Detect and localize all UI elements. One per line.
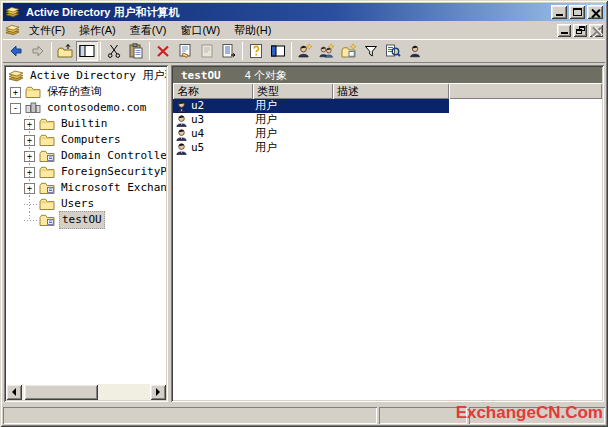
tree-item-exchange-security-groups[interactable]: Microsoft Exchange Secu	[6, 180, 166, 196]
close-button[interactable]	[587, 5, 603, 19]
folder-icon	[39, 117, 55, 131]
object-list: u2 用户 u3 用户	[173, 99, 602, 400]
expand-plus-icon[interactable]	[24, 183, 35, 194]
column-header-description[interactable]: 描述	[333, 83, 449, 99]
tree-item-label: contosodemo.com	[45, 100, 148, 116]
minimize-button[interactable]	[551, 5, 567, 19]
scroll-left-icon	[12, 388, 16, 396]
tree-item-users[interactable]: Users	[6, 196, 166, 212]
cut-button[interactable]	[103, 41, 125, 61]
scrollbar-track[interactable]	[22, 384, 150, 400]
menu-view[interactable]: 查看(V)	[123, 21, 174, 40]
new-organizational-unit-button[interactable]	[338, 41, 360, 61]
list-row-u3[interactable]: u3 用户	[173, 113, 602, 127]
scrollbar-thumb[interactable]	[24, 384, 98, 400]
mdi-minimize-button[interactable]	[557, 24, 571, 37]
up-one-level-button[interactable]	[54, 41, 76, 61]
export-list-button[interactable]	[218, 41, 240, 61]
scroll-right-button[interactable]	[150, 384, 166, 400]
object-name: u5	[191, 141, 204, 155]
folder-icon	[39, 165, 55, 179]
list-row-u5[interactable]: u5 用户	[173, 141, 602, 155]
user-icon	[175, 100, 188, 113]
watermark: ExchangeCN.Com	[456, 403, 603, 423]
scroll-left-button[interactable]	[6, 384, 22, 400]
collapse-minus-icon[interactable]	[10, 103, 21, 114]
mdi-restore-button[interactable]	[573, 24, 587, 37]
show-window-button[interactable]	[267, 41, 289, 61]
tree-item-testou[interactable]: testOU	[6, 212, 166, 228]
menu-window[interactable]: 窗口(W)	[173, 21, 227, 40]
status-section	[379, 407, 467, 424]
tree-item-root[interactable]: Active Directory 用户和计算机	[6, 68, 166, 84]
menu-file[interactable]: 文件(F)	[22, 21, 72, 40]
folder-icon	[39, 197, 55, 211]
new-user-button[interactable]	[294, 41, 316, 61]
tree-item-computers[interactable]: Computers	[6, 132, 166, 148]
delete-icon	[155, 43, 171, 59]
title-bar[interactable]: Active Directory 用户和计算机	[3, 3, 605, 21]
maximize-button[interactable]	[569, 5, 585, 19]
new-group-button[interactable]	[316, 41, 338, 61]
properties-button[interactable]	[174, 41, 196, 61]
expand-plus-icon[interactable]	[10, 87, 21, 98]
refresh-icon	[199, 43, 215, 59]
tree-item-foreign-security-principals[interactable]: ForeignSecurityPrincipa	[6, 164, 166, 180]
tree-horizontal-scrollbar[interactable]	[6, 384, 166, 400]
toolbar-separator	[291, 42, 292, 60]
column-header-name[interactable]: 名称	[173, 83, 253, 99]
show-hide-console-tree-button[interactable]	[76, 41, 98, 61]
show-hide-console-tree-icon	[79, 44, 95, 58]
delete-button[interactable]	[152, 41, 174, 61]
aduc-root-icon	[8, 69, 24, 83]
forward-button[interactable]	[27, 41, 49, 61]
tree-item-domain-controllers[interactable]: Domain Controllers	[6, 148, 166, 164]
new-user-icon	[297, 43, 313, 59]
tree-connector	[22, 196, 39, 212]
expand-plus-icon[interactable]	[24, 135, 35, 146]
toolbar-separator	[51, 42, 52, 60]
column-header-type[interactable]: 类型	[253, 83, 333, 99]
tree-item-label: Active Directory 用户和计算机	[28, 68, 166, 84]
show-window-icon	[270, 44, 286, 58]
list-row-u2[interactable]: u2 用户	[173, 99, 602, 113]
menu-bar: 文件(F) 操作(A) 查看(V) 窗口(W) 帮助(H)	[3, 21, 605, 39]
tree-item-builtin[interactable]: Builtin	[6, 116, 166, 132]
close-icon	[591, 8, 600, 17]
refresh-button[interactable]	[196, 41, 218, 61]
tree-item-saved-queries[interactable]: 保存的查询	[6, 84, 166, 100]
object-type: 用户	[253, 99, 333, 113]
help-button[interactable]	[245, 41, 267, 61]
folder-icon	[25, 85, 41, 99]
back-button[interactable]	[5, 41, 27, 61]
expand-plus-icon[interactable]	[24, 167, 35, 178]
minimize-icon	[556, 14, 563, 16]
filter-options-button[interactable]	[360, 41, 382, 61]
mdi-close-icon	[592, 26, 601, 35]
menu-action[interactable]: 操作(A)	[72, 21, 123, 40]
app-window: Active Directory 用户和计算机 文件(F) 操作(A) 查看(V…	[0, 0, 608, 427]
object-name: u4	[191, 127, 204, 141]
tree-item-label: Computers	[59, 132, 123, 148]
tree-item-label: Builtin	[59, 116, 109, 132]
find-objects-button[interactable]	[382, 41, 404, 61]
mdi-close-button[interactable]	[589, 24, 603, 37]
filter-options-icon	[363, 43, 379, 59]
list-row-u4[interactable]: u4 用户	[173, 127, 602, 141]
console-tree: Active Directory 用户和计算机 保存的查询 contosodem…	[6, 67, 166, 384]
user-icon	[175, 114, 188, 127]
column-headers: 名称 类型 描述	[173, 83, 602, 99]
paste-button[interactable]	[125, 41, 147, 61]
app-icon	[5, 5, 20, 19]
object-name: u2	[191, 99, 204, 113]
tree-item-label: Microsoft Exchange Secu	[59, 180, 166, 196]
console-window-icon	[5, 23, 20, 37]
scroll-right-icon	[156, 388, 160, 396]
tree-connector	[22, 212, 39, 228]
maximize-icon	[573, 8, 582, 16]
expand-plus-icon[interactable]	[24, 119, 35, 130]
member-button[interactable]	[404, 41, 426, 61]
expand-plus-icon[interactable]	[24, 151, 35, 162]
menu-help[interactable]: 帮助(H)	[227, 21, 278, 40]
tree-item-domain[interactable]: contosodemo.com	[6, 100, 166, 116]
